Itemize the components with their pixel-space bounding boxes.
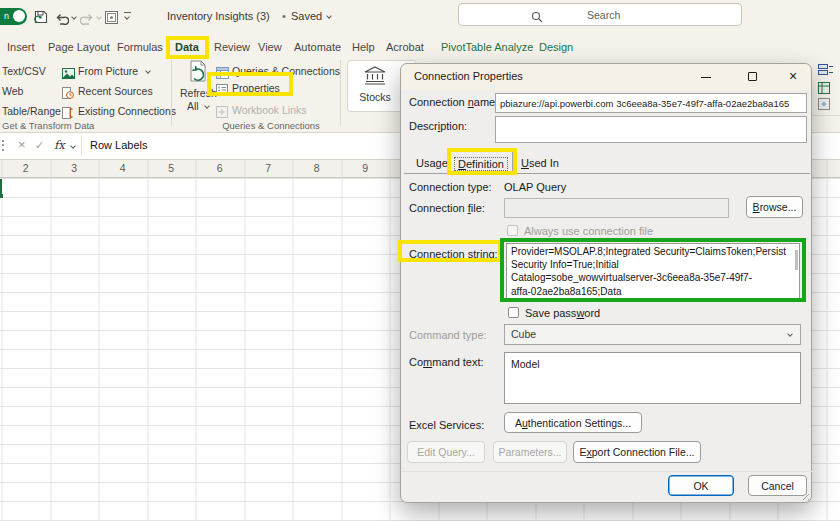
qat-customize-icon[interactable] — [124, 12, 131, 13]
save-password-label: Save password — [525, 307, 600, 319]
autosave-label: n — [4, 11, 9, 21]
group-label-queries-connections: Queries & Connections — [206, 120, 336, 131]
label-text: sed In — [529, 157, 559, 169]
namebox-resize-handle[interactable] — [2, 140, 4, 152]
label-text: Save pass — [525, 307, 576, 319]
save-icon[interactable] — [34, 10, 48, 28]
tab-formulas[interactable]: Formulas — [117, 41, 163, 53]
maximize-icon[interactable] — [748, 72, 757, 81]
label-text: Connection — [409, 96, 468, 108]
minimize-icon[interactable] — [701, 77, 711, 78]
formula-bar-value[interactable]: Row Labels — [90, 139, 147, 151]
dialog-title: Connection Properties — [414, 70, 523, 82]
ribbon-right-icon-3[interactable] — [818, 96, 831, 114]
command-text-value: Model — [511, 358, 540, 370]
document-title[interactable]: Inventory Insights (3) — [167, 10, 270, 22]
connection-name-label: Connection name: — [409, 96, 498, 108]
formula-bar-dropdown-icon[interactable] — [70, 143, 76, 149]
column-header[interactable]: 3 — [50, 162, 99, 174]
connection-name-value: pbiazure://api.powerbi.com 3c6eea8a-35e7… — [500, 98, 789, 109]
ribbon-divider — [340, 60, 341, 126]
column-header[interactable]: 9 — [341, 162, 390, 174]
ribbon-item-from-table-range[interactable]: Table/Range — [2, 105, 61, 117]
label-accel: U — [521, 157, 529, 169]
column-header[interactable]: 2 — [2, 162, 51, 174]
undo-dropdown-icon[interactable] — [71, 14, 77, 20]
search-icon — [531, 9, 543, 27]
ribbon-item-from-picture[interactable]: From Picture — [78, 65, 138, 77]
ribbon-right-icon-1[interactable] — [818, 62, 840, 80]
command-text-label: Command text: — [409, 356, 484, 368]
column-header[interactable]: 8 — [293, 162, 342, 174]
refresh-all-button-line2[interactable]: All — [187, 100, 199, 112]
tab-used-in[interactable]: Used In — [521, 157, 559, 169]
ribbon-item-from-web[interactable]: Web — [2, 85, 23, 97]
bank-icon — [363, 66, 387, 90]
save-status[interactable]: Saved — [291, 10, 322, 22]
command-type-value: Cube — [511, 328, 536, 340]
qat-customize-chevron-icon[interactable] — [124, 14, 130, 20]
export-connection-file-button[interactable]: Export Connection File... — [573, 441, 701, 463]
excel-services-label: Excel Services: — [409, 419, 484, 431]
highlight-connection-string-value — [500, 238, 806, 302]
ribbon-item-from-text-csv[interactable]: Text/CSV — [2, 65, 46, 77]
column-header[interactable]: 6 — [196, 162, 245, 174]
cancel-button[interactable]: Cancel — [748, 475, 807, 496]
tab-design[interactable]: Design — [539, 41, 573, 53]
undo-icon[interactable] — [55, 11, 69, 29]
tab-help[interactable]: Help — [352, 41, 375, 53]
label-text: Co — [409, 356, 423, 368]
ribbon-item-recent-sources[interactable]: Recent Sources — [78, 85, 153, 97]
stocks-label: Stocks — [348, 91, 402, 103]
ribbon-divider — [171, 60, 172, 126]
qat-tool-icon[interactable] — [105, 10, 118, 28]
tab-review[interactable]: Review — [214, 41, 250, 53]
ribbon-item-existing-connections[interactable]: Existing Connections — [78, 105, 176, 117]
tab-usage[interactable]: Usage — [416, 157, 448, 169]
label-text: rowse... — [760, 201, 797, 213]
edit-query-button: Edit Query... — [407, 441, 485, 463]
redo-dropdown-icon — [96, 14, 102, 20]
description-label: Description: — [409, 120, 467, 132]
highlight-definition-tab — [447, 148, 517, 175]
autosave-toggle[interactable]: n — [0, 8, 27, 25]
highlight-properties-button — [207, 72, 293, 96]
tab-insert[interactable]: Insert — [7, 41, 35, 53]
tab-page-layout[interactable]: Page Layout — [48, 41, 110, 53]
description-input[interactable] — [495, 116, 807, 143]
tab-acrobat[interactable]: Acrobat — [386, 41, 424, 53]
title-dropdown-icon[interactable] — [326, 13, 332, 19]
tab-view[interactable]: View — [258, 41, 282, 53]
always-use-connection-file-checkbox — [507, 225, 518, 236]
selection-fill-handle[interactable] — [0, 194, 3, 198]
cancel-entry-icon[interactable]: × — [18, 137, 26, 152]
refresh-all-dropdown-icon[interactable] — [204, 103, 210, 109]
tab-pivottable-analyze[interactable]: PivotTable Analyze — [441, 41, 533, 53]
insert-function-icon[interactable]: fx — [54, 138, 65, 152]
browse-button[interactable]: Browse... — [746, 196, 803, 218]
connection-name-input[interactable]: pbiazure://api.powerbi.com 3c6eea8a-35e7… — [495, 93, 807, 113]
search-input[interactable]: Search — [458, 3, 742, 26]
connection-type-value: OLAP Query — [504, 181, 566, 193]
label-text: ption: — [440, 120, 467, 132]
dialog-footer-separator — [401, 471, 813, 472]
column-header[interactable]: 7 — [244, 162, 293, 174]
column-header[interactable]: 5 — [147, 162, 196, 174]
tab-automate[interactable]: Automate — [294, 41, 341, 53]
command-text-textarea[interactable]: Model — [504, 352, 801, 404]
save-password-checkbox[interactable] — [508, 307, 519, 318]
from-picture-dropdown-icon[interactable] — [145, 68, 151, 74]
selected-cell-border — [0, 179, 2, 195]
label-text: OK — [693, 480, 708, 492]
column-header[interactable]: 4 — [99, 162, 148, 174]
ribbon-item-workbook-links: Workbook Links — [232, 104, 307, 116]
label-text: mand text: — [432, 356, 483, 368]
dialog-titlebar[interactable]: Connection Properties × — [401, 64, 811, 90]
label-text: Usa — [416, 157, 436, 169]
confirm-entry-icon[interactable]: ✓ — [35, 139, 44, 152]
ok-button[interactable]: OK — [668, 475, 734, 496]
authentication-settings-button[interactable]: Authentication Settings... — [504, 412, 642, 433]
close-icon[interactable]: × — [789, 68, 797, 84]
label-text: Descr — [409, 120, 438, 132]
label-text: ord — [584, 307, 600, 319]
